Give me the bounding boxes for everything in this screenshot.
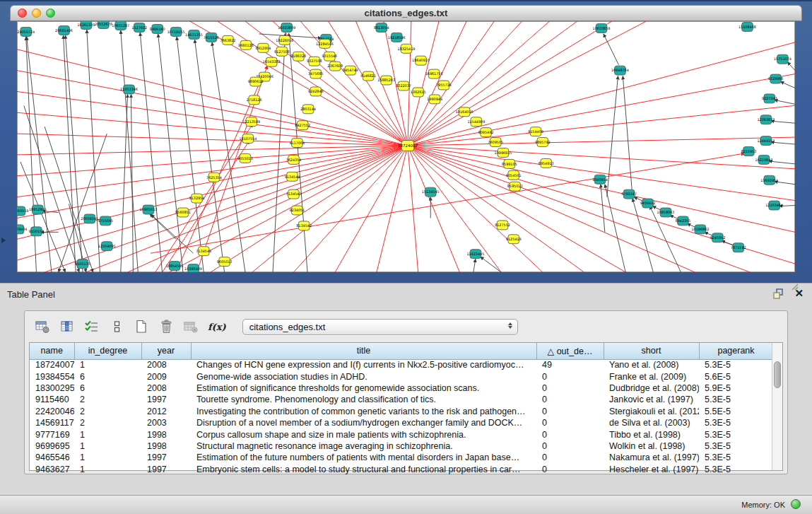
- scrollbar-thumb[interactable]: [774, 361, 781, 388]
- table-cell[interactable]: de Silva et al. (2003): [604, 417, 699, 428]
- column-header-year[interactable]: year: [141, 343, 191, 359]
- float-panel-icon[interactable]: [773, 288, 784, 299]
- table-cell[interactable]: 0: [536, 370, 604, 382]
- table-row[interactable]: 2242004622012Investigating the contribut…: [30, 406, 773, 417]
- table-cell[interactable]: Structural magnetic resonance image aver…: [191, 440, 536, 452]
- table-row[interactable]: 911546021997Tourette syndrome. Phenomeno…: [30, 394, 773, 405]
- table-cell[interactable]: 9777169: [30, 428, 74, 440]
- table-cell[interactable]: Tibbo et al. (1998): [604, 428, 699, 440]
- table-cell[interactable]: 5.5E-5: [699, 406, 773, 417]
- table-cell[interactable]: 9115460: [30, 394, 74, 405]
- table-row[interactable]: 969969511998Structural magnetic resonanc…: [30, 440, 773, 452]
- table-cell[interactable]: 2: [74, 417, 141, 428]
- column-header-in_degree[interactable]: in_degree: [74, 343, 141, 359]
- column-header-title[interactable]: title: [191, 343, 536, 359]
- table-cell[interactable]: 2008: [141, 359, 191, 370]
- table-cell[interactable]: 0: [536, 440, 604, 452]
- table-cell[interactable]: Dudbridge et al. (2008): [604, 382, 699, 394]
- table-row[interactable]: 1830029562008Estimation of significance …: [30, 382, 773, 394]
- table-cell[interactable]: 1: [74, 428, 141, 440]
- table-cell[interactable]: 6: [74, 370, 141, 382]
- table-settings-icon[interactable]: [33, 318, 52, 335]
- column-header-short[interactable]: short: [604, 343, 699, 359]
- table-cell[interactable]: 9465546: [30, 452, 74, 463]
- table-cell[interactable]: 0: [536, 452, 604, 463]
- column-header-pagerank[interactable]: pagerank: [699, 343, 773, 359]
- table-cell[interactable]: Yano et al. (2008): [604, 359, 699, 370]
- table-cell[interactable]: Embryonic stem cells: a model to study s…: [191, 464, 536, 475]
- table-cell[interactable]: Franke et al. (2009): [604, 370, 699, 382]
- table-cell[interactable]: Genome-wide association studies in ADHD.: [191, 370, 536, 382]
- table-cell[interactable]: Nakamura et al. (1997): [604, 452, 699, 463]
- table-cell[interactable]: 0: [536, 406, 604, 417]
- table-cell[interactable]: Hescheler et al. (1997): [604, 464, 699, 475]
- table-cell[interactable]: Changes of HCN gene expression and I(f) …: [191, 359, 536, 370]
- row-height-icon[interactable]: [107, 318, 126, 335]
- table-cell[interactable]: Estimation of the future numbers of pati…: [191, 452, 536, 463]
- table-cell[interactable]: 19384554: [30, 370, 74, 382]
- table-cell[interactable]: 1: [74, 440, 141, 452]
- table-row[interactable]: 977716911998Corpus callosum shape and si…: [30, 428, 773, 440]
- table-cell[interactable]: 2009: [141, 370, 191, 382]
- table-cell[interactable]: 5.3E-5: [699, 452, 773, 463]
- column-header-out_de[interactable]: △ out_de…: [536, 343, 604, 359]
- table-cell[interactable]: Disruption of a novel member of a sodium…: [191, 417, 536, 428]
- table-cell[interactable]: 0: [536, 394, 604, 405]
- table-cell[interactable]: 2008: [141, 382, 191, 394]
- table-cell[interactable]: 1997: [141, 452, 191, 463]
- memory-indicator-icon[interactable]: [791, 499, 801, 509]
- table-cell[interactable]: 0: [536, 464, 604, 475]
- table-cell[interactable]: 2: [74, 406, 141, 417]
- column-header-name[interactable]: name: [30, 343, 74, 359]
- table-row[interactable]: 1456911722003Disruption of a novel membe…: [30, 417, 773, 428]
- table-cell[interactable]: 2003: [141, 417, 191, 428]
- table-cell[interactable]: 5.3E-5: [699, 359, 773, 370]
- table-cell[interactable]: Investigating the contribution of common…: [191, 406, 536, 417]
- table-cell[interactable]: 1: [74, 452, 141, 463]
- table-cell[interactable]: Wolkin et al. (1998): [604, 440, 699, 452]
- table-cell[interactable]: 1998: [141, 428, 191, 440]
- table-cell[interactable]: 1997: [141, 394, 191, 405]
- table-cell[interactable]: 5.3E-5: [699, 440, 773, 452]
- table-cell[interactable]: Jankovic et al. (1997): [604, 394, 699, 405]
- table-cell[interactable]: 5.3E-5: [699, 417, 773, 428]
- table-row[interactable]: 1872400712008Changes of HCN gene express…: [30, 359, 773, 370]
- table-cell[interactable]: 9463627: [30, 464, 74, 475]
- show-column-icon[interactable]: [58, 318, 76, 335]
- table-cell[interactable]: 1997: [141, 464, 191, 475]
- table-cell[interactable]: 14569117: [30, 417, 74, 428]
- table-cell[interactable]: 0: [536, 428, 604, 440]
- table-cell[interactable]: 1: [74, 359, 141, 370]
- table-cell[interactable]: 18300295: [30, 382, 74, 394]
- table-cell[interactable]: 0: [536, 417, 604, 428]
- new-document-icon[interactable]: [132, 318, 151, 335]
- table-cell[interactable]: Corpus callosum shape and size in male p…: [191, 428, 536, 440]
- table-cell[interactable]: Tourette syndrome. Phenomenology and cla…: [191, 394, 536, 405]
- table-cell[interactable]: 5.6E-5: [699, 370, 773, 382]
- table-cell[interactable]: 1: [74, 464, 141, 475]
- network-canvas[interactable]: 2405572420691406162613392055267810655287…: [17, 21, 795, 272]
- table-cell[interactable]: Stergiakouli et al. (2012): [604, 406, 699, 417]
- table-cell[interactable]: 9699695: [30, 440, 74, 452]
- network-select-dropdown[interactable]: citations_edges.txt: [242, 319, 518, 335]
- table-cell[interactable]: 0: [536, 382, 604, 394]
- table-cell[interactable]: 5.9E-5: [699, 382, 773, 394]
- table-cell[interactable]: 5.3E-5: [699, 394, 773, 405]
- frame-collapse-arrow[interactable]: [1, 238, 6, 243]
- table-cell[interactable]: 49: [536, 359, 604, 370]
- table-row[interactable]: 946554611997Estimation of the future num…: [30, 452, 773, 463]
- table-cell[interactable]: 1998: [141, 440, 191, 452]
- table-row[interactable]: 1938455462009Genome-wide association stu…: [30, 370, 773, 382]
- window-titlebar[interactable]: citations_edges.txt: [10, 5, 802, 21]
- table-cell[interactable]: Estimation of significance thresholds fo…: [191, 382, 536, 394]
- function-builder-icon[interactable]: f(x): [208, 322, 226, 332]
- table-cell[interactable]: 5.3E-5: [699, 464, 773, 475]
- table-cell[interactable]: 5.3E-5: [699, 428, 773, 440]
- select-rows-icon[interactable]: [83, 318, 101, 335]
- table-row[interactable]: 946362711997Embryonic stem cells: a mode…: [30, 464, 773, 475]
- table-cell[interactable]: 2012: [141, 406, 191, 417]
- table-cell[interactable]: 18724007: [30, 359, 74, 370]
- close-panel-icon[interactable]: ✕: [794, 288, 804, 299]
- table-cell[interactable]: 2: [74, 394, 141, 405]
- table-cell[interactable]: 6: [74, 382, 141, 394]
